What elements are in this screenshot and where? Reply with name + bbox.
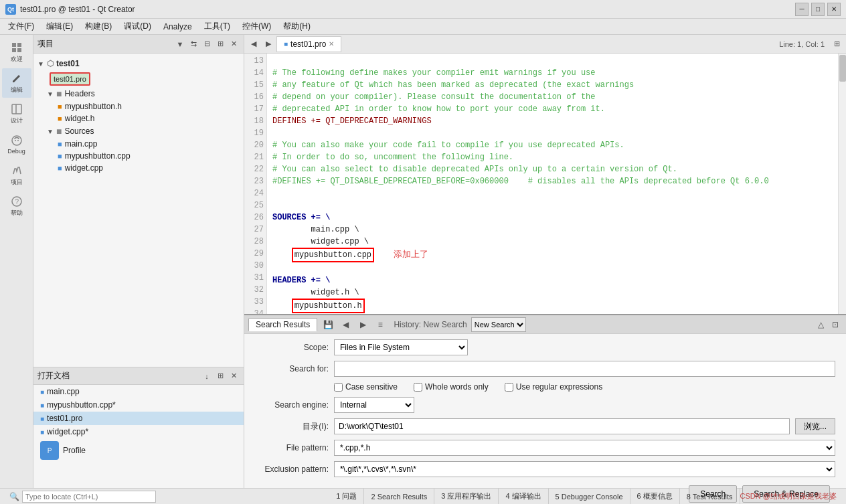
scope-label: Scope: (255, 343, 329, 352)
search-next-btn[interactable]: ▶ (356, 318, 369, 331)
h-file2-icon: ■ (58, 114, 62, 122)
tree-item-mypushbutton-h[interactable]: ■ mypushbutton.h (33, 100, 244, 112)
vertical-scrollbar[interactable] (838, 54, 846, 314)
sidebar-label-projects: 项目 (11, 178, 23, 187)
menu-analyze[interactable]: Analyze (158, 21, 197, 33)
profile-item[interactable]: P Profile (33, 438, 244, 463)
tree-item-mypushbutton-cpp[interactable]: ■ mypushbutton.cpp (33, 150, 244, 162)
doc-label-pro: test01.pro (47, 414, 82, 423)
arrow-icon: ▼ (37, 60, 44, 68)
h-file-icon: ■ (58, 102, 62, 110)
tree-item-widget-cpp[interactable]: ■ widget.cpp (33, 162, 244, 174)
tab-close-btn[interactable]: ✕ (329, 40, 334, 48)
tree-root-label: test01 (56, 59, 80, 68)
menu-build[interactable]: 构建(B) (80, 19, 117, 33)
sidebar-item-debug[interactable]: Debug (2, 130, 31, 159)
browse-button[interactable]: 浏览... (795, 418, 835, 434)
doc-item-widget[interactable]: ■ widget.cpp* (33, 425, 244, 438)
code-content[interactable]: # The following define makes your compil… (267, 54, 846, 314)
tree-group-headers[interactable]: ▼ ■ Headers (33, 87, 244, 100)
status-compile-output[interactable]: 4 编译输出 (499, 489, 548, 504)
titlebar-left: Qt test01.pro @ test01 - Qt Creator (5, 4, 135, 15)
minimize-button[interactable]: ─ (795, 3, 809, 16)
tree-group-sources[interactable]: ▼ ■ Sources (33, 124, 244, 138)
search-prev-btn[interactable]: ◀ (339, 318, 352, 331)
doc-item-mypushbutton[interactable]: ■ mypushbutton.cpp* (33, 398, 244, 412)
tree-item-pro[interactable]: test01.pro (33, 71, 244, 87)
search-detach-btn[interactable]: ⊡ (829, 318, 842, 331)
sidebar-item-edit[interactable]: 编辑 (2, 68, 31, 98)
status-search[interactable]: 🔍 (4, 491, 329, 503)
status-overview[interactable]: 6 概要信息 (630, 489, 680, 504)
tree-root-test01[interactable]: ▼ ⬡ test01 (33, 56, 244, 71)
tree-item-widget-h[interactable]: ■ widget.h (33, 112, 244, 124)
file-pattern-select[interactable]: *.cpp,*.h (334, 440, 835, 456)
open-docs-panel: 打开文档 ↓ ⊞ ✕ ■ main.cpp ■ mypushbutton.cpp… (33, 367, 244, 488)
menu-edit[interactable]: 编辑(E) (41, 19, 78, 33)
menu-controls[interactable]: 控件(W) (237, 19, 276, 33)
window-controls[interactable]: ─ □ ✕ (795, 3, 841, 16)
doc-item-pro[interactable]: ■ test01.pro (33, 412, 244, 425)
maximize-button[interactable]: □ (811, 3, 825, 16)
code-editor[interactable]: 1314151617 1819202122 2324252627 2829303… (244, 54, 846, 314)
search-engine-select[interactable]: Internal External (334, 397, 414, 413)
sidebar-item-projects[interactable]: 项目 (2, 161, 31, 190)
sidebar-item-design[interactable]: 设计 (2, 99, 31, 129)
svg-rect-1 (17, 43, 21, 47)
nav-forward-btn[interactable]: ▶ (262, 37, 275, 51)
status-problems[interactable]: 1 问题 (329, 489, 364, 504)
close-button[interactable]: ✕ (827, 3, 841, 16)
status-app-output[interactable]: 3 应用程序输出 (434, 489, 499, 504)
scope-select[interactable]: Files in File System Current Project All… (334, 339, 468, 355)
sources-arrow-icon: ▼ (47, 128, 54, 135)
svg-rect-0 (12, 43, 16, 47)
menu-help[interactable]: 帮助(H) (278, 19, 316, 33)
tree-sync-btn[interactable]: ⇆ (187, 38, 199, 50)
docs-pin-btn[interactable]: ↓ (201, 370, 213, 382)
exclusion-select[interactable]: *\.git\*,*\.cvs\*,*\.svn\* (334, 461, 835, 477)
pro-file-icon: test01.pro (50, 72, 90, 86)
directory-input[interactable] (334, 418, 790, 434)
tree-filter-btn[interactable]: ▼ (174, 38, 186, 50)
menu-debug[interactable]: 调试(D) (118, 19, 157, 33)
editor-expand-btn[interactable]: ⊞ (830, 37, 843, 51)
docs-close-btn[interactable]: ✕ (228, 370, 240, 382)
line-numbers: 1314151617 1819202122 2324252627 2829303… (244, 54, 267, 314)
directory-row: 目录(I): 浏览... (255, 418, 835, 434)
checkboxes-row: Case sensitive Whole words only Use regu… (255, 382, 835, 392)
case-sensitive-checkbox[interactable] (334, 383, 343, 392)
search-expand-btn[interactable]: ≡ (373, 318, 387, 331)
nav-back-btn[interactable]: ◀ (247, 37, 260, 51)
docs-expand-btn[interactable]: ⊞ (214, 370, 226, 382)
status-search-results[interactable]: 2 Search Results (364, 489, 434, 504)
search-collapse-btn[interactable]: △ (814, 318, 827, 331)
search-results-tab[interactable]: Search Results (248, 318, 317, 331)
search-history-select[interactable]: New Search (471, 317, 526, 332)
whole-words-checkbox[interactable] (414, 383, 422, 392)
menu-tools[interactable]: 工具(T) (199, 19, 236, 33)
status-test-results[interactable]: 8 Test Results (680, 489, 740, 504)
file-pattern-label: File pattern: (255, 443, 329, 452)
doc-item-main[interactable]: ■ main.cpp (33, 385, 244, 398)
editor-tab-pro[interactable]: ■ test01.pro ✕ (276, 36, 341, 52)
sidebar-item-help[interactable]: ? 帮助 (2, 191, 31, 221)
menu-file[interactable]: 文件(F) (3, 19, 39, 33)
project-tree: 项目 ▼ ⇆ ⊟ ⊞ ✕ ▼ ⬡ test01 (33, 35, 244, 367)
regex-text: Use regular expressions (516, 382, 602, 392)
doc-icon-main: ■ (40, 388, 44, 396)
whole-words-label[interactable]: Whole words only (414, 382, 489, 392)
tree-close-btn[interactable]: ✕ (228, 38, 240, 50)
regex-checkbox[interactable] (505, 383, 513, 392)
case-sensitive-label[interactable]: Case sensitive (334, 382, 398, 392)
status-debugger-console[interactable]: 5 Debugger Console (549, 489, 630, 504)
sidebar-item-welcome[interactable]: 欢迎 (2, 37, 31, 67)
search-save-btn[interactable]: 💾 (321, 318, 335, 331)
menubar: 文件(F) 编辑(E) 构建(B) 调试(D) Analyze 工具(T) 控件… (0, 19, 846, 35)
search-for-input[interactable] (334, 361, 835, 377)
sidebar-icons: 欢迎 编辑 设计 Debug 项目 ? 帮助 (0, 35, 33, 488)
tree-item-main-cpp[interactable]: ■ main.cpp (33, 138, 244, 150)
tree-collapse-btn[interactable]: ⊟ (201, 38, 213, 50)
regex-label[interactable]: Use regular expressions (505, 382, 602, 392)
locate-input[interactable] (22, 491, 156, 503)
tree-expand-btn[interactable]: ⊞ (214, 38, 226, 50)
